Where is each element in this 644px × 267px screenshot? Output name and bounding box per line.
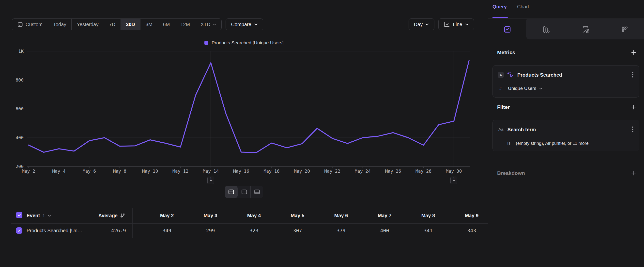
date-column-header: May 5 bbox=[291, 213, 304, 218]
average-label: Average bbox=[98, 213, 118, 218]
metric-aggregation-dropdown[interactable]: # Unique Users bbox=[499, 85, 542, 92]
chart-canvas[interactable] bbox=[27, 51, 470, 166]
tab-query[interactable]: Query bbox=[492, 4, 507, 10]
chart-type-button[interactable]: Line bbox=[438, 19, 474, 30]
x-axis-label: May 20 bbox=[290, 168, 314, 174]
metric-options-button[interactable] bbox=[631, 70, 635, 80]
tab-query-label: Query bbox=[492, 4, 507, 9]
report-type-retention-button[interactable] bbox=[617, 22, 632, 37]
annotation-badge[interactable]: 1 bbox=[450, 177, 457, 184]
calendar-icon bbox=[17, 22, 23, 27]
add-breakdown-button[interactable] bbox=[630, 170, 637, 176]
range-xtd-button[interactable]: XTD bbox=[195, 19, 222, 30]
row-average-value: 426.9 bbox=[111, 228, 126, 233]
average-column-header[interactable]: Average bbox=[59, 208, 126, 223]
chevron-down-icon bbox=[254, 24, 258, 26]
granularity-label: Day bbox=[414, 22, 423, 27]
retention-dots-icon bbox=[621, 26, 628, 33]
range-3m-button[interactable]: 3M bbox=[140, 19, 158, 30]
x-axis-label: May 30 bbox=[442, 168, 466, 174]
report-type-selector bbox=[488, 19, 644, 39]
table-row-divider bbox=[11, 238, 488, 238]
x-axis-label: May 4 bbox=[47, 168, 71, 174]
filter-card[interactable]: Aa Search term Is (empty string), Air pu… bbox=[492, 120, 639, 151]
chevron-down-icon bbox=[213, 24, 216, 26]
cell-value: 349 bbox=[162, 228, 171, 233]
x-axis-label: May 22 bbox=[320, 168, 345, 174]
row-average-cell: 426.9 bbox=[59, 223, 126, 238]
chevron-down-icon bbox=[539, 87, 542, 90]
toolbar: CustomTodayYesterday7D30D3M6M12MXTD Comp… bbox=[12, 19, 474, 30]
chart-type-label: Line bbox=[453, 22, 462, 27]
tab-chart-label: Chart bbox=[517, 4, 529, 9]
x-axis-label: May 14 bbox=[198, 168, 223, 174]
filter-options-button[interactable] bbox=[631, 125, 635, 134]
metrics-section-header: Metrics bbox=[497, 49, 637, 56]
chevron-down-icon bbox=[425, 24, 429, 26]
range-today-button[interactable]: Today bbox=[48, 19, 71, 30]
table-header-row: Event 1 Average May 2May 3May 4May 5May … bbox=[0, 208, 488, 223]
y-axis-label: 600 bbox=[4, 106, 24, 111]
legend-label: Products Searched [Unique Users] bbox=[212, 40, 284, 46]
report-type-insights-button[interactable] bbox=[500, 22, 515, 37]
date-column-header: May 3 bbox=[204, 213, 218, 218]
x-axis-label: May 26 bbox=[381, 168, 406, 174]
filter-condition-row[interactable]: Is (empty string), Air purifier, or 11 m… bbox=[507, 140, 589, 147]
report-type-flows-button[interactable] bbox=[578, 22, 593, 37]
series-line bbox=[28, 61, 469, 152]
line-chart-icon bbox=[444, 21, 450, 28]
filter-property-name: Search term bbox=[508, 127, 536, 133]
plus-icon bbox=[630, 104, 637, 110]
filter-property-row: Aa Search term bbox=[498, 126, 635, 133]
layout-toggle bbox=[225, 186, 263, 198]
x-axis-label: May 12 bbox=[168, 168, 193, 174]
range-12m-button[interactable]: 12M bbox=[175, 19, 195, 30]
compare-button[interactable]: Compare bbox=[226, 19, 263, 30]
x-axis-label: May 28 bbox=[411, 168, 436, 174]
filter-value: (empty string), Air purifier, or 11 more bbox=[516, 141, 589, 146]
range-7d-button[interactable]: 7D bbox=[104, 19, 121, 30]
tab-chart[interactable]: Chart bbox=[517, 4, 529, 10]
filter-operator: Is bbox=[507, 141, 512, 146]
sort-descending-icon bbox=[120, 212, 126, 219]
date-column-header: May 9 bbox=[465, 213, 479, 218]
x-axis-label: May 24 bbox=[350, 168, 375, 174]
strip-divider bbox=[605, 19, 606, 40]
metric-card[interactable]: A Products Searched # Unique Users bbox=[492, 65, 639, 98]
add-filter-button[interactable] bbox=[630, 104, 637, 110]
flows-icon bbox=[582, 26, 590, 33]
filter-section-header: Filter bbox=[497, 103, 637, 111]
row-value-cells: 349299323307379400341343 bbox=[145, 223, 494, 238]
aggregation-value: Unique Users bbox=[508, 86, 536, 91]
event-column-header[interactable]: Event 1 bbox=[26, 208, 51, 223]
legend-swatch bbox=[204, 41, 208, 45]
split-view-icon bbox=[228, 189, 234, 195]
select-all-checkbox[interactable] bbox=[16, 212, 22, 218]
granularity-button[interactable]: Day bbox=[408, 19, 435, 30]
text-property-type-badge: Aa bbox=[498, 127, 504, 132]
layout-chart-view-button[interactable] bbox=[238, 186, 250, 198]
chart-legend[interactable]: Products Searched [Unique Users] bbox=[0, 40, 488, 46]
x-axis-label: May 6 bbox=[77, 168, 102, 174]
range-yesterday-button[interactable]: Yesterday bbox=[71, 19, 104, 30]
cell-value: 307 bbox=[293, 228, 302, 233]
range-custom-button[interactable]: Custom bbox=[12, 19, 48, 30]
chart-view-icon bbox=[241, 189, 248, 195]
report-type-funnels-button[interactable] bbox=[538, 22, 554, 37]
layout-table-view-button[interactable] bbox=[250, 186, 263, 198]
app-root: CustomTodayYesterday7D30D3M6M12MXTD Comp… bbox=[0, 0, 644, 267]
add-metric-button[interactable] bbox=[630, 49, 637, 56]
cell-value: 379 bbox=[336, 228, 345, 233]
layout-split-view-button[interactable] bbox=[225, 186, 238, 198]
main-content: CustomTodayYesterday7D30D3M6M12MXTD Comp… bbox=[0, 0, 488, 267]
date-column-header: May 7 bbox=[378, 213, 392, 218]
metrics-title: Metrics bbox=[497, 50, 515, 55]
cell-value: 299 bbox=[206, 228, 215, 233]
plus-icon bbox=[630, 49, 637, 56]
plus-icon bbox=[630, 170, 637, 176]
range-30d-button[interactable]: 30D bbox=[120, 19, 140, 30]
annotation-badge[interactable]: 1 bbox=[207, 177, 214, 184]
y-axis-label: 800 bbox=[4, 77, 24, 83]
row-checkbox[interactable] bbox=[16, 227, 22, 234]
range-6m-button[interactable]: 6M bbox=[158, 19, 175, 30]
